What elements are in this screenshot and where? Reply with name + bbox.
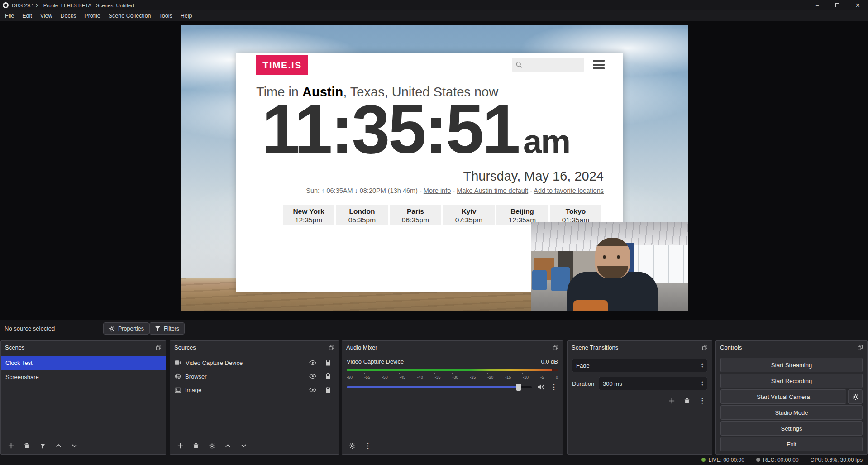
- speaker-icon: [537, 384, 545, 390]
- menu-item-scene-collection[interactable]: Scene Collection: [105, 10, 155, 21]
- volume-slider[interactable]: [347, 384, 532, 391]
- popout-icon[interactable]: [857, 345, 863, 350]
- maximize-button[interactable]: [827, 0, 848, 10]
- add-source-button[interactable]: [176, 442, 184, 450]
- favorite-link: Add to favorite locations: [534, 187, 604, 194]
- exit-button[interactable]: Exit: [720, 437, 863, 451]
- menu-item-edit[interactable]: Edit: [18, 10, 36, 21]
- office-chair: [532, 270, 546, 289]
- controls-panel: Controls Start Streaming Start Recording…: [715, 340, 868, 455]
- add-scene-button[interactable]: [7, 442, 15, 450]
- popout-icon[interactable]: [702, 345, 708, 350]
- move-source-down-button[interactable]: [239, 442, 248, 450]
- source-row-image[interactable]: Image: [170, 383, 339, 397]
- visibility-toggle[interactable]: [309, 372, 317, 380]
- mixer-channel-menu[interactable]: ⋮: [550, 383, 558, 391]
- virtual-camera-row: Start Virtual Camera: [720, 389, 863, 404]
- audio-level-meter: [347, 369, 558, 371]
- menu-item-file[interactable]: File: [1, 10, 18, 21]
- visibility-toggle[interactable]: [309, 386, 317, 394]
- menu-item-view[interactable]: View: [36, 10, 57, 21]
- move-scene-down-button[interactable]: [70, 442, 78, 450]
- visibility-toggle[interactable]: [309, 359, 317, 367]
- transition-select[interactable]: Fade ▴▾: [572, 359, 707, 372]
- remove-scene-button[interactable]: [23, 442, 31, 450]
- mixer-toolbar: ⋮: [342, 437, 563, 454]
- sun-info: Sun: ↑ 06:35AM ↓ 08:20PM (13h 46m) - Mor…: [256, 187, 604, 194]
- start-streaming-button[interactable]: Start Streaming: [720, 358, 863, 372]
- menu-item-help[interactable]: Help: [176, 10, 196, 21]
- gear-icon: [852, 393, 859, 400]
- person-eye: [603, 255, 606, 259]
- chevron-up-icon: [224, 442, 231, 449]
- close-button[interactable]: ×: [848, 0, 868, 10]
- spinner-arrows-icon[interactable]: ▴▾: [701, 381, 703, 386]
- lock-toggle[interactable]: [324, 359, 332, 367]
- move-scene-up-button[interactable]: [54, 442, 62, 450]
- eye-icon: [309, 387, 316, 393]
- source-row-video-capture[interactable]: Video Capture Device: [170, 356, 339, 369]
- mute-button[interactable]: [537, 383, 545, 391]
- volume-slider-handle[interactable]: [516, 384, 521, 391]
- city-time: 12:35pm: [283, 216, 334, 224]
- scenes-toolbar: [1, 437, 166, 454]
- virtual-camera-settings-button[interactable]: [848, 389, 863, 404]
- source-properties-button[interactable]: [208, 442, 216, 450]
- meter-scale: -60-55-50-45-40-35-30-25-20-15-10-50: [347, 375, 558, 379]
- trash-icon: [193, 442, 199, 449]
- scene-item-clock-test[interactable]: Clock Test: [1, 356, 166, 370]
- scene-item-screenshare[interactable]: Screenshare: [1, 370, 166, 384]
- studio-mode-button[interactable]: Studio Mode: [720, 405, 863, 420]
- source-label: Image: [185, 387, 201, 393]
- transition-properties-menu[interactable]: ⋮: [698, 397, 706, 405]
- menu-item-profile[interactable]: Profile: [80, 10, 104, 21]
- city-box: Kyiv07:35pm: [443, 205, 495, 225]
- sources-panel: Sources Video Capture Device Browser: [170, 340, 339, 455]
- duration-input[interactable]: 300 ms ▴▾: [599, 377, 707, 390]
- properties-button[interactable]: Properties: [103, 322, 149, 335]
- city-name: London: [336, 207, 388, 216]
- remove-source-button[interactable]: [192, 442, 200, 450]
- scene-list: Clock Test Screenshare: [1, 354, 166, 384]
- city-name: Tokyo: [550, 207, 601, 216]
- popout-icon[interactable]: [553, 345, 558, 350]
- controls-body: Start Streaming Start Recording Start Vi…: [716, 354, 867, 455]
- minimize-button[interactable]: –: [807, 0, 827, 10]
- plus-icon: [668, 398, 675, 404]
- live-time: LIVE: 00:00:00: [708, 457, 744, 463]
- lock-toggle[interactable]: [324, 386, 332, 394]
- volume-slider-fill: [347, 386, 519, 388]
- cpu-fps-stats: CPU: 0.6%, 30.00 fps: [811, 457, 863, 463]
- transition-selected: Fade: [576, 362, 590, 369]
- city-time: 06:35pm: [390, 216, 441, 224]
- popout-icon[interactable]: [156, 345, 162, 350]
- lock-toggle[interactable]: [324, 372, 332, 380]
- menu-bar: File Edit View Docks Profile Scene Colle…: [0, 10, 868, 21]
- lock-icon: [325, 387, 331, 393]
- source-row-browser[interactable]: Browser: [170, 369, 339, 383]
- timeis-logo: TIME.IS: [256, 55, 308, 75]
- scene-filters-button[interactable]: [38, 442, 47, 450]
- video-preview[interactable]: TIME.IS Time in Austin, Texas, United St…: [181, 25, 688, 311]
- source-label: Browser: [185, 373, 207, 380]
- mixer-options-menu[interactable]: ⋮: [364, 442, 372, 450]
- filters-button[interactable]: Filters: [149, 322, 185, 335]
- audio-mixer-panel: Audio Mixer Video Capture Device 0.0 dB …: [342, 340, 563, 455]
- sources-panel-header: Sources: [170, 341, 339, 354]
- gear-icon: [209, 442, 215, 449]
- popout-icon[interactable]: [329, 345, 334, 350]
- sources-toolbar: [170, 437, 339, 454]
- menu-item-tools[interactable]: Tools: [155, 10, 176, 21]
- menu-item-docks[interactable]: Docks: [57, 10, 81, 21]
- settings-button[interactable]: Settings: [720, 421, 863, 436]
- remove-transition-button[interactable]: [683, 397, 691, 405]
- clock-time: 11:35:51: [262, 91, 519, 168]
- start-virtual-camera-button[interactable]: Start Virtual Camera: [720, 389, 846, 404]
- advanced-audio-button[interactable]: [348, 442, 356, 450]
- filter-icon: [155, 326, 161, 331]
- move-source-up-button[interactable]: [224, 442, 232, 450]
- add-transition-button[interactable]: [668, 397, 676, 405]
- scene-transitions-title: Scene Transitions: [572, 344, 618, 351]
- start-recording-button[interactable]: Start Recording: [720, 374, 863, 388]
- mixer-source-name: Video Capture Device: [347, 358, 404, 365]
